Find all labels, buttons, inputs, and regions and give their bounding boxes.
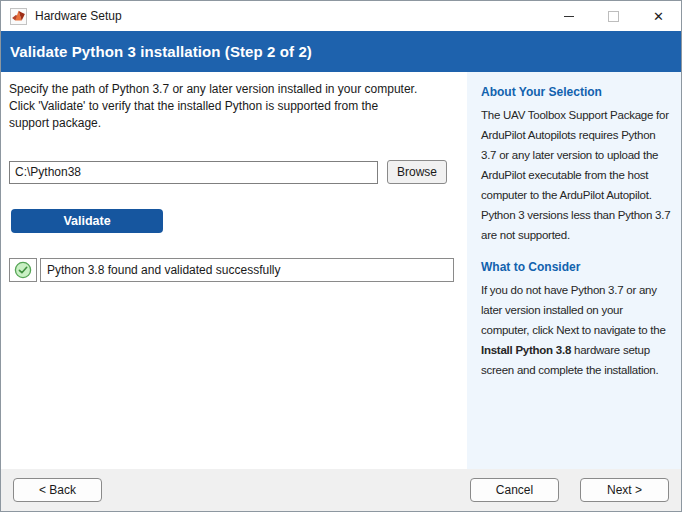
sidebar-text-about: The UAV Toolbox Support Package for Ardu… bbox=[481, 105, 671, 245]
success-check-icon bbox=[14, 261, 32, 279]
step-header: Validate Python 3 installation (Step 2 o… bbox=[1, 31, 681, 72]
close-icon: ✕ bbox=[653, 10, 664, 23]
step-title: Validate Python 3 installation (Step 2 o… bbox=[10, 43, 312, 60]
window-controls: ✕ bbox=[546, 1, 681, 31]
maximize-button bbox=[591, 1, 636, 31]
browse-button[interactable]: Browse bbox=[387, 160, 447, 184]
cancel-button[interactable]: Cancel bbox=[470, 478, 559, 502]
main-pane: Specify the path of Python 3.7 or any la… bbox=[1, 72, 467, 469]
validation-result-row: Python 3.8 found and validated successfu… bbox=[9, 258, 467, 282]
validation-message: Python 3.8 found and validated successfu… bbox=[40, 258, 454, 282]
window-title: Hardware Setup bbox=[35, 9, 122, 23]
validate-button[interactable]: Validate bbox=[11, 209, 163, 233]
hardware-setup-window: Hardware Setup ✕ Validate Python 3 insta… bbox=[0, 0, 682, 512]
footer-bar: < Back Cancel Next > bbox=[1, 469, 681, 511]
python-path-input[interactable] bbox=[9, 161, 378, 184]
maximize-icon bbox=[608, 11, 619, 22]
instructions-text: Specify the path of Python 3.7 or any la… bbox=[9, 81, 464, 132]
next-button[interactable]: Next > bbox=[580, 478, 669, 502]
close-button[interactable]: ✕ bbox=[636, 1, 681, 31]
minimize-icon bbox=[564, 16, 574, 17]
help-sidebar: About Your Selection The UAV Toolbox Sup… bbox=[467, 72, 681, 469]
validation-status-box bbox=[9, 258, 37, 282]
sidebar-text-consider: If you do not have Python 3.7 or any lat… bbox=[481, 280, 671, 380]
content-area: Specify the path of Python 3.7 or any la… bbox=[1, 72, 681, 469]
sidebar-heading-about: About Your Selection bbox=[481, 85, 671, 99]
sidebar-heading-consider: What to Consider bbox=[481, 260, 671, 274]
consider-text-bold: Install Python 3.8 bbox=[481, 344, 571, 356]
consider-text-before: If you do not have Python 3.7 or any lat… bbox=[481, 284, 666, 336]
titlebar: Hardware Setup ✕ bbox=[1, 1, 681, 31]
back-button[interactable]: < Back bbox=[13, 478, 102, 502]
path-row: Browse bbox=[9, 160, 467, 184]
matlab-icon bbox=[10, 8, 27, 25]
minimize-button[interactable] bbox=[546, 1, 591, 31]
